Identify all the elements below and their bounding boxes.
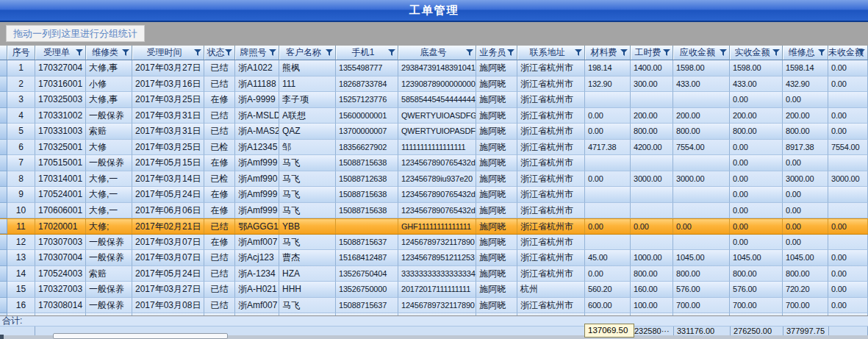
- cell-address: 浙江省杭州市: [517, 187, 585, 203]
- column-header-chassis_no[interactable]: 底盘号: [398, 46, 476, 60]
- filter-icon[interactable]: [269, 49, 276, 56]
- cell-address: 浙江省杭州市: [517, 60, 585, 76]
- filter-icon[interactable]: [194, 49, 201, 56]
- row-indicator[interactable]: [0, 298, 7, 314]
- filter-icon[interactable]: [818, 49, 825, 56]
- row-indicator[interactable]: [0, 108, 7, 124]
- cell-address: 浙江省杭州市: [517, 171, 585, 188]
- cell-material_fee: 0.00: [585, 108, 631, 124]
- table-row[interactable]: 1170327004大修,事2017年03月27日已结浙A1022熊枫13554…: [0, 60, 868, 76]
- cell-phone1: 18268733784: [336, 76, 398, 93]
- cell-address: 浙江省杭州市: [517, 250, 585, 266]
- table-row[interactable]: 8170314001大修,一2017年03月14日已检浙Amf990马飞1508…: [0, 171, 868, 188]
- filter-icon[interactable]: [772, 49, 780, 56]
- filter-icon[interactable]: [575, 49, 582, 56]
- table-row[interactable]: 7170515001一般保养2017年05月15日在修浙Amf999马飞1508…: [0, 155, 868, 171]
- grid-header-row: 序号受理单维修类受理时间状态牌照号客户名称手机1底盘号业务员联系地址材料费工时费…: [0, 46, 868, 60]
- filter-icon[interactable]: [466, 49, 473, 56]
- column-header-accept_date[interactable]: 受理时间: [132, 46, 204, 60]
- cell-salesperson: 施阿晓: [476, 219, 517, 234]
- cell-status: 在修: [204, 203, 235, 219]
- cell-receivable: 3000.00: [673, 171, 730, 188]
- table-row[interactable]: 12170307003一般保养2017年03月07日在修浙Amf007马飞150…: [0, 235, 868, 251]
- filter-icon[interactable]: [122, 49, 129, 56]
- filter-icon[interactable]: [326, 49, 333, 56]
- table-row[interactable]: 10170606001大修,一2017年06月06日在修浙Amf999马飞150…: [0, 203, 868, 219]
- table-row[interactable]: 3170325003大修,事2017年03月25日在修浙A-9999李子项152…: [0, 92, 868, 108]
- row-indicator[interactable]: [0, 76, 7, 93]
- cell-received: 0.00: [730, 203, 783, 219]
- cell-chassis_no: 1234567890765432d: [398, 155, 476, 171]
- column-header-received[interactable]: 实收金额: [730, 46, 783, 60]
- row-indicator[interactable]: [0, 140, 7, 156]
- column-header-plate_no[interactable]: 牌照号: [235, 46, 279, 60]
- column-header-status[interactable]: 状态: [204, 46, 235, 60]
- table-row[interactable]: 16170308014一般保养2017年03月08日已结浙Amf007马飞150…: [0, 298, 868, 314]
- row-indicator[interactable]: [0, 187, 7, 203]
- cell-status: 在修: [204, 155, 235, 171]
- filter-icon[interactable]: [858, 49, 865, 56]
- row-indicator[interactable]: [0, 219, 7, 234]
- filter-icon[interactable]: [663, 49, 670, 56]
- filter-icon[interactable]: [225, 49, 232, 56]
- horizontal-scrollbar[interactable]: [0, 335, 868, 339]
- cell-plate_no: 浙A-H021: [235, 282, 279, 298]
- cell-repair_type: 大修;: [86, 219, 132, 234]
- cell-plate_no: 浙A-MAS2: [235, 124, 279, 140]
- column-header-order_no[interactable]: 受理单: [35, 46, 86, 60]
- filter-icon[interactable]: [388, 49, 395, 56]
- cell-material_fee: 0.00: [585, 266, 631, 282]
- column-header-phone1[interactable]: 手机1: [336, 46, 398, 60]
- cell-unpaid: 0.00: [828, 76, 868, 93]
- row-indicator[interactable]: [0, 203, 7, 219]
- cell-salesperson: 施阿晓: [476, 266, 517, 282]
- row-indicator[interactable]: [0, 266, 7, 282]
- cell-plate_no: 浙A11188: [235, 76, 279, 93]
- table-row[interactable]: 15170327003一般保养2017年03月27日已结浙A-H021HHH13…: [0, 282, 868, 298]
- row-indicator[interactable]: [0, 124, 7, 140]
- row-indicator[interactable]: [0, 155, 7, 171]
- table-row[interactable]: 2170316001小修2017年03月16日已结浙A1118811118268…: [0, 76, 868, 93]
- row-indicator[interactable]: [0, 235, 7, 251]
- column-header-receivable[interactable]: 应收金额: [673, 46, 730, 60]
- row-indicator[interactable]: [0, 171, 7, 188]
- filter-icon[interactable]: [507, 49, 514, 56]
- column-header-repair_total[interactable]: 维修总: [783, 46, 828, 60]
- filter-icon[interactable]: [76, 49, 83, 56]
- column-header-customer[interactable]: 客户名称: [279, 46, 336, 60]
- table-row[interactable]: 5170331003索赔2017年03月31日已结浙A-MAS2QAZ13700…: [0, 124, 868, 140]
- column-header-address[interactable]: 联系地址: [517, 46, 585, 60]
- filter-icon[interactable]: [720, 49, 727, 56]
- column-header-label: 受理单: [43, 47, 77, 57]
- column-header-repair_type[interactable]: 维修类: [86, 46, 132, 60]
- column-header-labor_fee[interactable]: 工时费: [631, 46, 673, 60]
- cell-labor_fee: 4200.00: [631, 140, 673, 156]
- row-indicator[interactable]: [0, 60, 7, 76]
- column-header-unpaid[interactable]: 未收金额: [828, 46, 868, 60]
- scrollbar-thumb[interactable]: [53, 333, 228, 339]
- filter-icon[interactable]: [620, 49, 628, 56]
- column-header-salesperson[interactable]: 业务员: [476, 46, 517, 60]
- cell-material_fee: [585, 235, 631, 251]
- cell-seq: 7: [7, 155, 35, 171]
- cell-repair_total: 200.00: [783, 108, 828, 124]
- table-row-selected[interactable]: 1117020001大修;2017年02月21日已结鄂AGGG11YBBGHF1…: [0, 218, 868, 235]
- column-header-seq[interactable]: 序号: [7, 46, 35, 60]
- row-indicator[interactable]: [0, 282, 7, 298]
- row-indicator-header: [0, 46, 7, 60]
- table-row[interactable]: 4170331002一般保养2017年03月31日已结浙A-MSLDA联想156…: [0, 108, 868, 124]
- cell-order_no: 170325003: [35, 92, 86, 108]
- table-row[interactable]: 13170307004一般保养2017年03月07日已结浙Acj123曹杰151…: [0, 250, 868, 266]
- column-header-label: 材料费: [591, 47, 625, 57]
- cell-seq: 16: [7, 298, 35, 314]
- cell-repair_type: 一般保养: [86, 155, 132, 171]
- row-indicator[interactable]: [0, 250, 7, 266]
- cell-plate_no: 浙A12345: [235, 140, 279, 156]
- column-header-material_fee[interactable]: 材料费: [585, 46, 631, 60]
- table-row[interactable]: 6170325001大修2017年03月25日已检浙A12345邹1835662…: [0, 140, 868, 156]
- group-by-drop-zone[interactable]: 拖动一列到这里进行分组统计: [6, 25, 145, 42]
- row-indicator[interactable]: [0, 92, 7, 108]
- cell-unpaid: 0.00: [828, 60, 868, 76]
- table-row[interactable]: 14170524003索赔2017年05月24日已结浙A-1234HZA1352…: [0, 266, 868, 282]
- table-row[interactable]: 9170524001大修,一2017年05月24日在修浙Amf999马飞1508…: [0, 187, 868, 203]
